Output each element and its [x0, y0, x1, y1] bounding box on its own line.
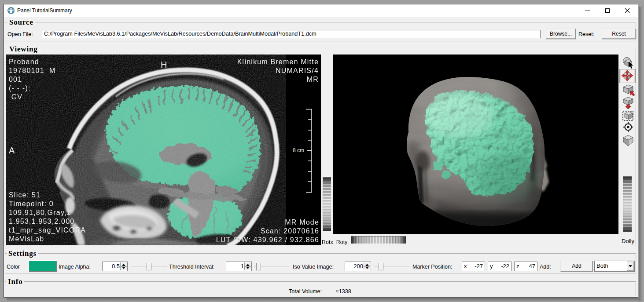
svg-text:8 cm: 8 cm: [293, 147, 304, 153]
